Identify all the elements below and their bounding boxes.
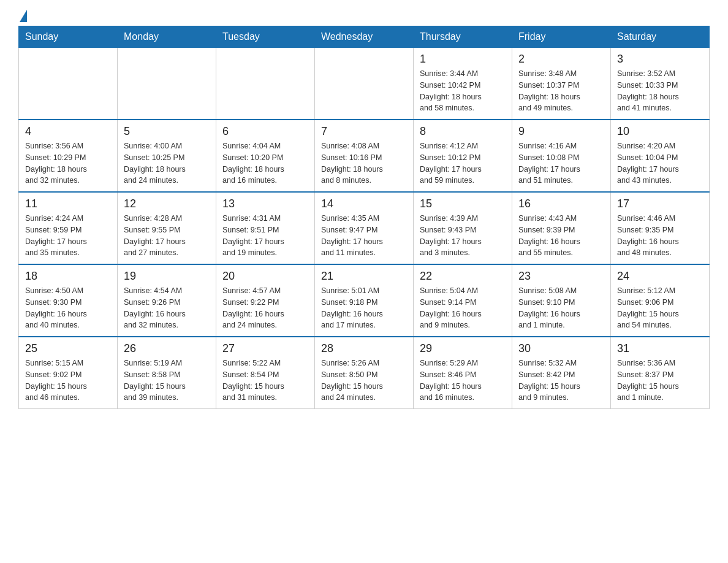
day-number: 12 [124, 197, 210, 210]
calendar-cell: 21Sunrise: 5:01 AM Sunset: 9:18 PM Dayli… [315, 264, 414, 337]
calendar-cell: 16Sunrise: 4:43 AM Sunset: 9:39 PM Dayli… [512, 192, 611, 264]
calendar-cell: 15Sunrise: 4:39 AM Sunset: 9:43 PM Dayli… [414, 192, 512, 264]
day-info: Sunrise: 4:54 AM Sunset: 9:26 PM Dayligh… [124, 285, 210, 331]
calendar-cell: 9Sunrise: 4:16 AM Sunset: 10:08 PM Dayli… [512, 120, 611, 192]
weekday-header-friday: Friday [512, 26, 611, 48]
day-info: Sunrise: 4:43 AM Sunset: 9:39 PM Dayligh… [518, 213, 604, 259]
calendar-cell [216, 48, 315, 120]
day-info: Sunrise: 5:26 AM Sunset: 8:50 PM Dayligh… [321, 358, 407, 404]
day-number: 19 [124, 270, 210, 283]
day-info: Sunrise: 5:22 AM Sunset: 8:54 PM Dayligh… [222, 358, 308, 404]
calendar-cell: 29Sunrise: 5:29 AM Sunset: 8:46 PM Dayli… [414, 337, 512, 409]
day-number: 29 [420, 342, 506, 355]
calendar-cell: 27Sunrise: 5:22 AM Sunset: 8:54 PM Dayli… [216, 337, 315, 409]
day-info: Sunrise: 5:12 AM Sunset: 9:06 PM Dayligh… [617, 285, 703, 331]
day-number: 17 [617, 197, 703, 210]
weekday-header-thursday: Thursday [414, 26, 512, 48]
calendar-cell: 11Sunrise: 4:24 AM Sunset: 9:59 PM Dayli… [19, 192, 118, 264]
day-number: 27 [222, 342, 308, 355]
calendar-cell: 22Sunrise: 5:04 AM Sunset: 9:14 PM Dayli… [414, 264, 512, 337]
weekday-header-saturday: Saturday [611, 26, 710, 48]
weekday-header-wednesday: Wednesday [315, 26, 414, 48]
calendar-cell: 7Sunrise: 4:08 AM Sunset: 10:16 PM Dayli… [315, 120, 414, 192]
week-row-1: 1Sunrise: 3:44 AM Sunset: 10:42 PM Dayli… [19, 48, 710, 120]
calendar-cell [19, 48, 118, 120]
calendar-cell [315, 48, 414, 120]
calendar-cell: 24Sunrise: 5:12 AM Sunset: 9:06 PM Dayli… [611, 264, 710, 337]
calendar-cell: 30Sunrise: 5:32 AM Sunset: 8:42 PM Dayli… [512, 337, 611, 409]
day-number: 21 [321, 270, 407, 283]
day-info: Sunrise: 4:00 AM Sunset: 10:25 PM Daylig… [124, 140, 210, 186]
day-info: Sunrise: 5:04 AM Sunset: 9:14 PM Dayligh… [420, 285, 506, 331]
page-header [18, 12, 710, 20]
calendar-cell: 19Sunrise: 4:54 AM Sunset: 9:26 PM Dayli… [118, 264, 216, 337]
calendar-cell: 8Sunrise: 4:12 AM Sunset: 10:12 PM Dayli… [414, 120, 512, 192]
day-number: 22 [420, 270, 506, 283]
day-number: 20 [222, 270, 308, 283]
day-number: 8 [420, 125, 506, 138]
calendar-cell: 14Sunrise: 4:35 AM Sunset: 9:47 PM Dayli… [315, 192, 414, 264]
day-number: 6 [222, 125, 308, 138]
calendar-cell: 4Sunrise: 3:56 AM Sunset: 10:29 PM Dayli… [19, 120, 118, 192]
day-info: Sunrise: 4:46 AM Sunset: 9:35 PM Dayligh… [617, 213, 703, 259]
calendar-table: SundayMondayTuesdayWednesdayThursdayFrid… [18, 26, 710, 409]
calendar-cell: 10Sunrise: 4:20 AM Sunset: 10:04 PM Dayl… [611, 120, 710, 192]
day-info: Sunrise: 3:44 AM Sunset: 10:42 PM Daylig… [420, 68, 506, 114]
calendar-cell: 2Sunrise: 3:48 AM Sunset: 10:37 PM Dayli… [512, 48, 611, 120]
day-info: Sunrise: 5:36 AM Sunset: 8:37 PM Dayligh… [617, 358, 703, 404]
weekday-header-monday: Monday [118, 26, 216, 48]
day-number: 4 [25, 125, 111, 138]
day-info: Sunrise: 4:31 AM Sunset: 9:51 PM Dayligh… [222, 213, 308, 259]
logo-triangle-icon [20, 10, 27, 22]
day-number: 26 [124, 342, 210, 355]
day-info: Sunrise: 5:29 AM Sunset: 8:46 PM Dayligh… [420, 358, 506, 404]
calendar-cell: 23Sunrise: 5:08 AM Sunset: 9:10 PM Dayli… [512, 264, 611, 337]
calendar-cell: 17Sunrise: 4:46 AM Sunset: 9:35 PM Dayli… [611, 192, 710, 264]
calendar-cell: 6Sunrise: 4:04 AM Sunset: 10:20 PM Dayli… [216, 120, 315, 192]
calendar-cell: 18Sunrise: 4:50 AM Sunset: 9:30 PM Dayli… [19, 264, 118, 337]
calendar-cell: 12Sunrise: 4:28 AM Sunset: 9:55 PM Dayli… [118, 192, 216, 264]
day-info: Sunrise: 4:57 AM Sunset: 9:22 PM Dayligh… [222, 285, 308, 331]
day-number: 2 [518, 53, 604, 66]
calendar-cell: 5Sunrise: 4:00 AM Sunset: 10:25 PM Dayli… [118, 120, 216, 192]
logo [18, 12, 27, 20]
day-info: Sunrise: 3:56 AM Sunset: 10:29 PM Daylig… [25, 140, 111, 186]
day-number: 9 [518, 125, 604, 138]
day-info: Sunrise: 4:04 AM Sunset: 10:20 PM Daylig… [222, 140, 308, 186]
day-number: 11 [25, 197, 111, 210]
week-row-5: 25Sunrise: 5:15 AM Sunset: 9:02 PM Dayli… [19, 337, 710, 409]
day-number: 3 [617, 53, 703, 66]
day-number: 10 [617, 125, 703, 138]
calendar-cell: 26Sunrise: 5:19 AM Sunset: 8:58 PM Dayli… [118, 337, 216, 409]
calendar-cell: 3Sunrise: 3:52 AM Sunset: 10:33 PM Dayli… [611, 48, 710, 120]
day-number: 16 [518, 197, 604, 210]
day-number: 24 [617, 270, 703, 283]
day-number: 30 [518, 342, 604, 355]
day-info: Sunrise: 4:50 AM Sunset: 9:30 PM Dayligh… [25, 285, 111, 331]
weekday-header-row: SundayMondayTuesdayWednesdayThursdayFrid… [19, 26, 710, 48]
day-number: 1 [420, 53, 506, 66]
day-info: Sunrise: 4:24 AM Sunset: 9:59 PM Dayligh… [25, 213, 111, 259]
day-info: Sunrise: 4:12 AM Sunset: 10:12 PM Daylig… [420, 140, 506, 186]
day-info: Sunrise: 4:08 AM Sunset: 10:16 PM Daylig… [321, 140, 407, 186]
day-info: Sunrise: 4:28 AM Sunset: 9:55 PM Dayligh… [124, 213, 210, 259]
day-info: Sunrise: 5:01 AM Sunset: 9:18 PM Dayligh… [321, 285, 407, 331]
day-number: 15 [420, 197, 506, 210]
week-row-2: 4Sunrise: 3:56 AM Sunset: 10:29 PM Dayli… [19, 120, 710, 192]
calendar-cell: 1Sunrise: 3:44 AM Sunset: 10:42 PM Dayli… [414, 48, 512, 120]
day-info: Sunrise: 3:52 AM Sunset: 10:33 PM Daylig… [617, 68, 703, 114]
day-number: 14 [321, 197, 407, 210]
day-info: Sunrise: 4:16 AM Sunset: 10:08 PM Daylig… [518, 140, 604, 186]
day-info: Sunrise: 5:08 AM Sunset: 9:10 PM Dayligh… [518, 285, 604, 331]
day-number: 18 [25, 270, 111, 283]
day-number: 28 [321, 342, 407, 355]
day-info: Sunrise: 5:15 AM Sunset: 9:02 PM Dayligh… [25, 358, 111, 404]
calendar-cell: 28Sunrise: 5:26 AM Sunset: 8:50 PM Dayli… [315, 337, 414, 409]
calendar-cell [118, 48, 216, 120]
calendar-header: SundayMondayTuesdayWednesdayThursdayFrid… [19, 26, 710, 48]
day-number: 7 [321, 125, 407, 138]
day-info: Sunrise: 5:32 AM Sunset: 8:42 PM Dayligh… [518, 358, 604, 404]
calendar-body: 1Sunrise: 3:44 AM Sunset: 10:42 PM Dayli… [19, 48, 710, 409]
week-row-3: 11Sunrise: 4:24 AM Sunset: 9:59 PM Dayli… [19, 192, 710, 264]
day-number: 13 [222, 197, 308, 210]
